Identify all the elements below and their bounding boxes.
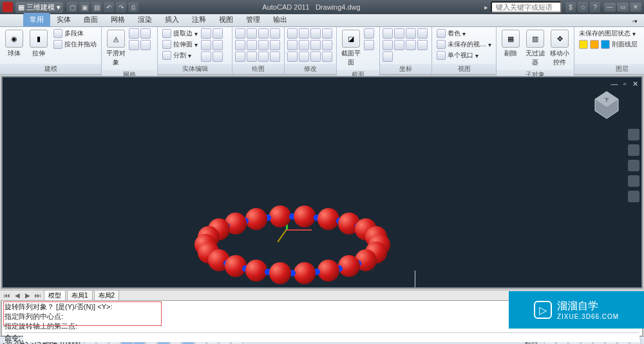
solidedit-icon[interactable] (213, 40, 223, 50)
ucs-icon[interactable] (383, 40, 393, 50)
subscription-icon[interactable]: $ (565, 2, 576, 12)
solidedit-icon[interactable] (213, 28, 223, 39)
extrude-face-button[interactable]: 拉伸面 ▾ (160, 39, 200, 50)
region-icon[interactable] (247, 52, 257, 62)
redo-icon[interactable]: ↷ (116, 2, 126, 12)
explode-icon[interactable] (310, 52, 321, 62)
maximize-button[interactable]: ▭ (617, 3, 629, 12)
shade-dropdown[interactable]: 着色 ▾ (435, 28, 493, 39)
tab-last-icon[interactable]: ⏭ (33, 292, 43, 299)
app-logo[interactable] (3, 2, 13, 12)
undo-icon[interactable]: ↶ (104, 2, 114, 12)
cull-button[interactable]: ▦剔除 (499, 28, 522, 59)
open-icon[interactable]: ▣ (79, 2, 90, 12)
saved-view-dropdown[interactable]: 未保存的视… ▾ (435, 39, 493, 50)
ellipse-icon[interactable] (258, 40, 269, 50)
tab-render[interactable]: 渲染 (131, 13, 158, 26)
solidedit-icon[interactable] (213, 52, 223, 62)
tab-next-icon[interactable]: ▶ (23, 292, 32, 299)
hatch-icon[interactable] (258, 52, 269, 62)
tab-home[interactable]: 常用 (23, 13, 50, 26)
help-search-input[interactable] (491, 1, 562, 13)
tab-prev-icon[interactable]: ◀ (13, 292, 22, 299)
panel-title[interactable]: 建模 (0, 64, 101, 74)
pan-icon[interactable] (628, 144, 639, 156)
ucs-icon[interactable] (406, 28, 416, 39)
new-icon[interactable]: ▢ (67, 2, 77, 12)
nofilter-button[interactable]: ▥无过滤器 (524, 28, 547, 68)
panel-title[interactable]: 坐标 (380, 64, 431, 74)
ucs-icon[interactable] (383, 52, 393, 62)
section-opt-icon[interactable] (364, 28, 374, 39)
gizmo-button[interactable]: ✥移动小控件 (548, 28, 571, 68)
trim-icon[interactable] (310, 40, 321, 50)
arc-icon[interactable] (258, 28, 269, 39)
print-icon[interactable]: ⎙ (128, 2, 138, 12)
split-button[interactable]: 分割 ▾ (160, 50, 200, 61)
ucs-icon[interactable] (417, 40, 428, 50)
panel-title[interactable]: 实体编辑 (158, 64, 232, 74)
showmotion-icon[interactable] (628, 191, 639, 202)
command-input[interactable] (23, 334, 639, 342)
viewcube[interactable]: 下 (589, 85, 625, 121)
erase-icon[interactable] (299, 52, 309, 62)
fillet-icon[interactable] (322, 40, 332, 50)
tab-first-icon[interactable]: ⏮ (3, 292, 12, 299)
tab-view[interactable]: 视图 (213, 13, 240, 26)
section-opt-icon[interactable] (364, 40, 374, 50)
layout-tab-2[interactable]: 布局2 (94, 290, 120, 301)
tab-surface[interactable]: 曲面 (77, 13, 104, 26)
extract-edge-button[interactable]: 提取边 ▾ (160, 28, 200, 39)
zoom-icon[interactable] (628, 160, 639, 171)
ucs-icon[interactable] (394, 28, 404, 39)
smooth-button[interactable]: ◬平滑对象 (104, 28, 128, 68)
viewport-dropdown[interactable]: 单个视口 ▾ (435, 50, 493, 61)
save-icon[interactable]: ▤ (91, 2, 102, 12)
tab-mesh[interactable]: 网格 (104, 13, 131, 26)
mesh-icon[interactable] (129, 28, 139, 39)
move-icon[interactable] (287, 28, 298, 39)
helix-icon[interactable] (235, 52, 245, 62)
ucs-icon[interactable] (383, 28, 393, 39)
polysolid-button[interactable]: 多段体 (52, 28, 99, 39)
solidedit-icon[interactable] (201, 40, 211, 50)
solidedit-icon[interactable] (201, 28, 211, 39)
section-plane-button[interactable]: ◪截面平面 (339, 28, 363, 68)
mesh-icon[interactable] (140, 40, 151, 50)
drawing-canvas[interactable]: — ▫ ✕ 下 指定纵向轴为旋转轴 (1, 76, 643, 289)
workspace-dropdown[interactable]: ▦ 三维建模 ▾ (15, 2, 63, 13)
ucs-icon[interactable] (406, 40, 416, 50)
tab-solid[interactable]: 实体 (50, 13, 77, 26)
rect-icon[interactable] (270, 28, 280, 39)
minimize-button[interactable]: — (604, 3, 616, 12)
mirror-icon[interactable] (287, 40, 298, 50)
mesh-icon[interactable] (140, 28, 151, 39)
doc-close-icon[interactable]: ✕ (631, 80, 639, 88)
copy-icon[interactable] (299, 28, 309, 39)
ucs-icon[interactable] (417, 28, 428, 39)
help-icon[interactable]: ? (590, 2, 600, 12)
presspull-button[interactable]: 按住并拖动 (52, 39, 99, 50)
point-icon[interactable] (270, 40, 280, 50)
mesh-icon[interactable] (129, 40, 139, 50)
ribbon-minimize-icon[interactable]: ▫▾ (626, 16, 644, 26)
scale-icon[interactable] (322, 28, 332, 39)
tab-manage[interactable]: 管理 (240, 13, 267, 26)
tab-insert[interactable]: 插入 (158, 13, 185, 26)
ucs-icon[interactable] (394, 40, 404, 50)
panel-title[interactable]: 绘图 (232, 64, 284, 74)
sphere-button[interactable]: ◉球体 (3, 28, 26, 59)
array-icon[interactable] (287, 52, 298, 62)
panel-title[interactable]: 图层 (574, 64, 644, 74)
panel-title[interactable]: 视图 (432, 64, 496, 74)
steering-wheel-icon[interactable] (628, 129, 639, 140)
layer-dropdown[interactable]: 剖面线层 (577, 39, 644, 50)
orbit-icon[interactable] (628, 175, 639, 187)
close-button[interactable]: ✕ (630, 3, 641, 12)
polyline-icon[interactable] (235, 40, 245, 50)
layout-tab-1[interactable]: 布局1 (67, 290, 93, 301)
tab-annotate[interactable]: 注释 (185, 13, 213, 26)
spline-icon[interactable] (247, 40, 257, 50)
rotate-icon[interactable] (310, 28, 321, 39)
layout-tab-model[interactable]: 模型 (44, 290, 66, 301)
